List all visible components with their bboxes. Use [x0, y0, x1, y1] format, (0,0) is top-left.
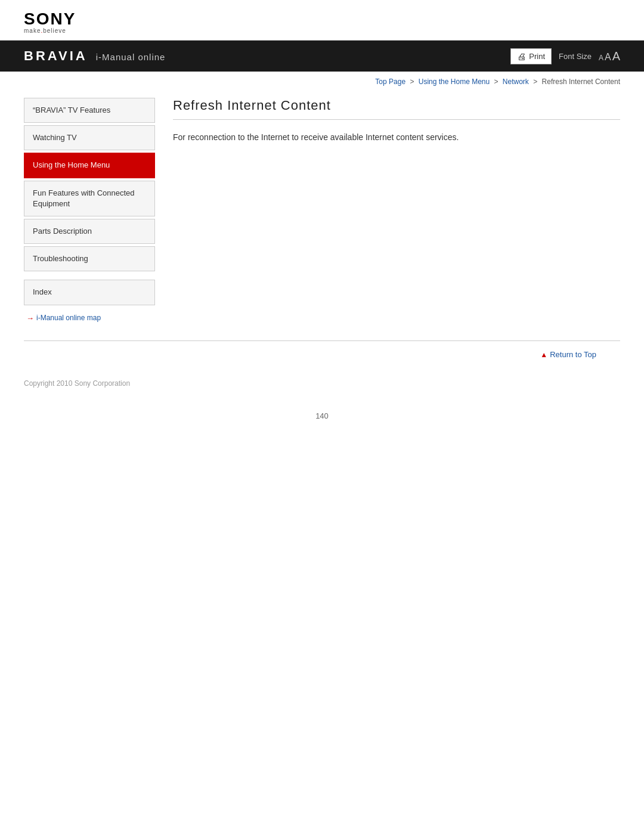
font-size-label: Font Size	[559, 52, 592, 61]
copyright-text: Copyright 2010 Sony Corporation	[24, 379, 130, 388]
breadcrumb-sep-1: >	[410, 78, 414, 86]
return-top-area: ▲ Return to Top	[24, 340, 620, 368]
page-number: 140	[0, 400, 644, 432]
font-size-medium-button[interactable]: A	[605, 52, 611, 63]
font-size-controls: A A A	[599, 49, 620, 63]
sidebar-link-area: → i-Manual online map	[24, 314, 155, 323]
bravia-title-area: BRAVIA i-Manual online	[24, 48, 165, 64]
return-top-icon: ▲	[540, 351, 547, 359]
sidebar: “BRAVIA” TV Features Watching TV Using t…	[24, 98, 155, 323]
top-bar: BRAVIA i-Manual online 🖨 Print Font Size…	[0, 41, 644, 72]
content-area: Refresh Internet Content For reconnectio…	[173, 98, 620, 323]
print-label: Print	[529, 52, 545, 61]
return-to-top-link[interactable]: ▲ Return to Top	[540, 350, 596, 359]
sidebar-item-troubleshooting[interactable]: Troubleshooting	[24, 246, 155, 271]
logo-area: SONY make.believe	[0, 0, 644, 41]
return-top-label: Return to Top	[550, 350, 596, 359]
breadcrumb-current: Refresh Internet Content	[542, 78, 620, 86]
sidebar-item-parts-description[interactable]: Parts Description	[24, 219, 155, 244]
content-body: For reconnection to the Internet to rece…	[173, 131, 620, 145]
top-bar-right: 🖨 Print Font Size A A A	[510, 48, 620, 64]
sidebar-item-watching-tv[interactable]: Watching TV	[24, 125, 155, 150]
page-title: Refresh Internet Content	[173, 98, 620, 120]
sidebar-item-index[interactable]: Index	[24, 280, 155, 305]
sony-tagline: make.believe	[24, 27, 620, 34]
arrow-icon: →	[26, 314, 34, 323]
bravia-brand: BRAVIA	[24, 48, 88, 64]
breadcrumb-network[interactable]: Network	[503, 78, 529, 86]
breadcrumb-top-page[interactable]: Top Page	[375, 78, 405, 86]
sidebar-item-bravia-features[interactable]: “BRAVIA” TV Features	[24, 98, 155, 123]
print-icon: 🖨	[517, 51, 526, 61]
breadcrumb-home-menu[interactable]: Using the Home Menu	[419, 78, 490, 86]
print-button[interactable]: 🖨 Print	[510, 48, 552, 64]
font-size-large-button[interactable]: A	[612, 49, 620, 63]
breadcrumb-sep-2: >	[494, 78, 499, 86]
breadcrumb-sep-3: >	[533, 78, 537, 86]
copyright-area: Copyright 2010 Sony Corporation	[0, 367, 644, 400]
sidebar-item-using-home-menu[interactable]: Using the Home Menu	[24, 153, 155, 178]
breadcrumb: Top Page > Using the Home Menu > Network…	[0, 72, 644, 92]
main-layout: “BRAVIA” TV Features Watching TV Using t…	[0, 92, 644, 340]
font-size-small-button[interactable]: A	[599, 54, 603, 62]
sidebar-item-fun-features[interactable]: Fun Features with Connected Equipment	[24, 181, 155, 216]
imanual-label: i-Manual online	[96, 52, 166, 62]
imanual-map-link-text: i-Manual online map	[36, 314, 101, 322]
imanual-map-link[interactable]: → i-Manual online map	[26, 314, 155, 323]
sony-logo: SONY	[24, 11, 620, 27]
